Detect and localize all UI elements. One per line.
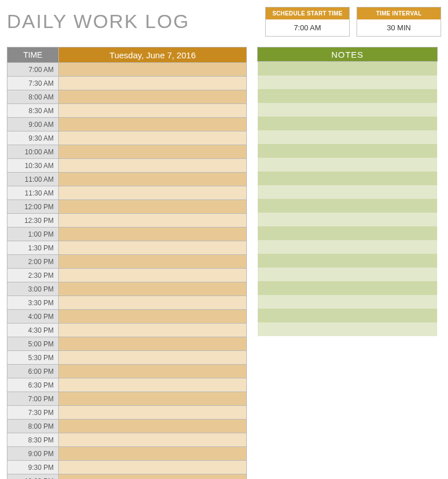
slot-entry-cell[interactable] [59,310,246,323]
slot-entry-cell[interactable] [59,447,246,460]
slot-entry-cell[interactable] [59,63,246,76]
slot-time-label: 9:00 AM [7,118,59,131]
note-row[interactable] [258,254,437,268]
note-row[interactable] [258,309,437,322]
schedule-row: 1:30 PM [7,241,246,254]
slot-entry-cell[interactable] [59,392,246,405]
slot-entry-cell[interactable] [59,90,246,103]
note-row[interactable] [258,295,437,309]
slot-time-label: 12:00 PM [7,200,59,213]
note-row[interactable] [258,158,437,171]
schedule-row: 8:30 AM [7,103,246,117]
slot-time-label: 3:00 PM [7,282,59,296]
schedule-row: 5:30 PM [7,350,246,364]
slot-entry-cell[interactable] [59,159,246,172]
slot-entry-cell[interactable] [59,118,246,131]
slot-entry-cell[interactable] [59,227,246,241]
schedule-row: 3:00 PM [7,282,246,296]
start-time-box: SCHEDULE START TIME 7:00 AM [265,7,350,37]
slot-entry-cell[interactable] [59,461,246,474]
config-boxes: SCHEDULE START TIME 7:00 AM TIME INTERVA… [265,7,441,37]
slot-time-label: 1:30 PM [7,241,59,254]
slot-time-label: 10:30 AM [7,159,59,172]
schedule-row: 11:30 AM [7,186,246,199]
schedule-row: 12:00 PM [7,199,246,213]
slot-entry-cell[interactable] [59,77,246,90]
slot-entry-cell[interactable] [59,200,246,213]
slot-entry-cell[interactable] [59,406,246,419]
slot-time-label: 10:00 PM [7,474,59,479]
note-row[interactable] [258,117,437,130]
note-row[interactable] [258,185,437,199]
notes-panel: NOTES [257,47,438,479]
slot-time-label: 4:00 PM [7,310,59,323]
slot-time-label: 12:30 PM [7,214,59,227]
interval-box: TIME INTERVAL 30 MIN [357,7,441,37]
schedule-row: 8:30 PM [7,433,246,446]
slot-time-label: 4:30 PM [7,324,59,337]
schedule-row: 9:30 AM [7,131,246,145]
schedule-row: 7:30 AM [7,76,246,90]
slot-entry-cell[interactable] [59,351,246,364]
slot-entry-cell[interactable] [59,186,246,199]
slot-time-label: 6:00 PM [7,365,59,378]
slot-entry-cell[interactable] [59,173,246,186]
schedule-row: 9:00 AM [7,117,246,131]
slot-entry-cell[interactable] [59,365,246,378]
note-row[interactable] [258,171,437,185]
slot-time-label: 9:00 PM [7,447,59,460]
note-row[interactable] [258,281,437,295]
schedule-row: 7:00 PM [7,392,246,405]
note-row[interactable] [258,89,437,103]
slot-entry-cell[interactable] [59,296,246,309]
interval-label: TIME INTERVAL [357,7,441,19]
notes-body [257,62,438,336]
slot-entry-cell[interactable] [59,214,246,227]
schedule-row: 10:00 AM [7,145,246,158]
schedule-row: 12:30 PM [7,213,246,227]
schedule-row: 1:00 PM [7,227,246,241]
schedule-row: 5:00 PM [7,337,246,350]
slot-entry-cell[interactable] [59,282,246,296]
date-column-header: Tuesday, June 7, 2016 [59,47,246,62]
time-column-header: TIME [7,47,59,62]
start-time-value[interactable]: 7:00 AM [266,19,349,36]
slot-entry-cell[interactable] [59,378,246,392]
note-row[interactable] [258,75,437,89]
interval-value[interactable]: 30 MIN [357,19,441,36]
note-row[interactable] [258,268,437,281]
note-row[interactable] [258,322,437,336]
slot-entry-cell[interactable] [59,474,246,479]
slot-time-label: 9:30 PM [7,461,59,474]
note-row[interactable] [258,130,437,144]
slot-entry-cell[interactable] [59,433,246,446]
schedule-row: 3:30 PM [7,296,246,309]
schedule-row: 10:30 AM [7,158,246,172]
note-row[interactable] [258,199,437,213]
slot-entry-cell[interactable] [59,104,246,117]
note-row[interactable] [258,213,437,226]
slot-entry-cell[interactable] [59,269,246,282]
schedule-row: 10:00 PM [7,474,246,479]
note-row[interactable] [258,226,437,240]
slot-entry-cell[interactable] [59,420,246,433]
slot-time-label: 11:30 AM [7,186,59,199]
slot-time-label: 11:00 AM [7,173,59,186]
note-row[interactable] [258,144,437,158]
note-row[interactable] [258,103,437,117]
slot-time-label: 9:30 AM [7,131,59,145]
schedule-row: 2:00 PM [7,254,246,268]
slot-entry-cell[interactable] [59,324,246,337]
slot-entry-cell[interactable] [59,145,246,158]
page-title: DAILY WORK LOG [7,6,190,33]
slot-entry-cell[interactable] [59,255,246,268]
slot-entry-cell[interactable] [59,337,246,350]
slot-entry-cell[interactable] [59,131,246,145]
note-row[interactable] [258,62,437,75]
note-row[interactable] [258,240,437,254]
slot-time-label: 3:30 PM [7,296,59,309]
slot-time-label: 7:30 AM [7,77,59,90]
schedule-row: 8:00 AM [7,90,246,103]
slot-entry-cell[interactable] [59,241,246,254]
slot-time-label: 10:00 AM [7,145,59,158]
